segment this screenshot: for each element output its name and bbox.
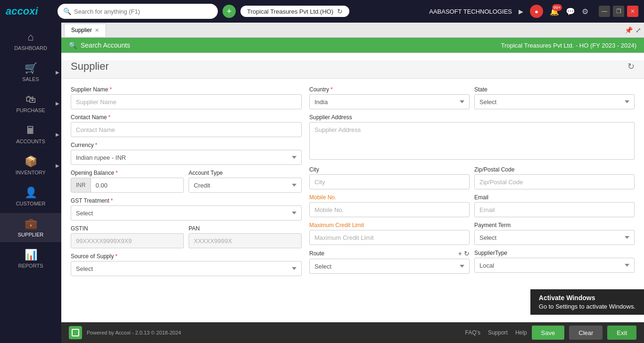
email-label: Email — [474, 194, 635, 201]
inventory-expand-icon: ▶ — [56, 163, 59, 168]
sidebar-item-inventory[interactable]: 📦 INVENTORY ▶ — [0, 151, 61, 180]
pan-label: PAN — [189, 225, 302, 232]
source-of-supply-select[interactable]: Select — [71, 261, 302, 276]
mobile-label: Mobile No. — [309, 194, 470, 201]
account-type-select[interactable]: Credit Debit — [189, 178, 302, 193]
save-button[interactable]: Save — [532, 326, 565, 340]
sales-expand-icon: ▶ — [56, 70, 59, 75]
gstin-pan-row: GSTIN PAN — [71, 225, 302, 253]
mobile-email-row: Mobile No. Email — [309, 194, 635, 222]
search-input[interactable] — [74, 8, 212, 15]
required-marker: * — [108, 114, 111, 121]
sidebar-item-label: CUSTOMER — [16, 201, 46, 206]
search-bar[interactable]: 🔍 — [58, 4, 218, 19]
route-select[interactable]: Select — [309, 259, 470, 274]
sidebar-item-sales[interactable]: 🛒 SALES ▶ — [0, 57, 61, 87]
add-button[interactable]: + — [223, 5, 236, 18]
page-refresh-button[interactable]: ↻ — [627, 61, 635, 72]
currency-select[interactable]: Indian rupee - INR — [71, 150, 302, 165]
mobile-input[interactable] — [309, 202, 470, 217]
settings-icon[interactable]: ⚙ — [582, 7, 588, 16]
nav-right: AABASOFT TECHNOLOGIES ▶ ● 🔔 99+ 💬 ⚙ — ❐ … — [429, 5, 638, 18]
footer-logo — [69, 326, 82, 339]
route-supplier-type-row: Route + ↻ Select — [309, 250, 635, 278]
gst-treatment-group: GST Treatment * Select Registered Unregi… — [71, 197, 302, 220]
sidebar-item-reports[interactable]: 📊 REPORTS — [0, 244, 61, 273]
route-refresh-icon[interactable]: ↻ — [464, 250, 470, 257]
company-selector[interactable]: Tropical Treasures Pvt Ltd.(HO) ↻ — [240, 6, 349, 17]
clear-button[interactable]: Clear — [569, 326, 603, 340]
search-accounts-button[interactable]: 🔍 Search Accounts — [69, 41, 130, 49]
tab-expand-icon[interactable]: ⤢ — [636, 26, 641, 34]
opening-balance-label: Opening Balance * — [71, 170, 184, 176]
gstin-input[interactable] — [71, 233, 184, 248]
supplier-name-label: Supplier Name * — [71, 86, 302, 93]
payment-term-group: Payment Term Select — [474, 222, 635, 245]
currency-group: Currency * Indian rupee - INR — [71, 142, 302, 165]
city-input[interactable] — [309, 174, 470, 189]
city-label: City — [309, 166, 470, 173]
opening-balance-input[interactable] — [91, 182, 183, 189]
sidebar-item-dashboard[interactable]: ⌂ DASHBOARD — [0, 26, 61, 56]
gst-treatment-select[interactable]: Select Registered Unregistered Consumer … — [71, 205, 302, 220]
gst-treatment-label: GST Treatment * — [71, 197, 302, 204]
zip-label: Zip/Postal Code — [474, 166, 635, 173]
sidebar-item-customer[interactable]: 👤 CUSTOMER — [0, 182, 61, 211]
window-controls: — ❐ ✕ — [599, 6, 638, 17]
zip-input[interactable] — [474, 174, 635, 189]
supplier-address-label: Supplier Address — [309, 114, 635, 121]
supplier-name-input[interactable] — [71, 94, 302, 109]
max-credit-input[interactable] — [309, 230, 470, 245]
account-type-group: Account Type Credit Debit — [189, 170, 302, 193]
footer-support-link[interactable]: Support — [488, 329, 508, 336]
sidebar-item-supplier[interactable]: 💼 SUPPLIER — [0, 213, 61, 242]
route-icons: + ↻ — [458, 250, 470, 257]
account-type-label: Account Type — [189, 170, 302, 176]
company-refresh-icon[interactable]: ↻ — [337, 8, 343, 15]
country-select[interactable]: India USA UK — [309, 94, 470, 109]
company-info-display: Tropical Treasures Pvt Ltd. - HO (FY 202… — [501, 42, 636, 49]
app-logo: accoxi — [6, 5, 53, 17]
footer: Powered by Accoxi - 2.0.13 © 2018-2024 F… — [61, 322, 644, 343]
opening-balance-input-group: INR — [71, 178, 184, 193]
email-input[interactable] — [474, 202, 635, 217]
gstin-label: GSTIN — [71, 225, 184, 232]
max-credit-label: Maximum Credit Limit — [309, 222, 470, 229]
max-credit-group: Maximum Credit Limit — [309, 222, 470, 245]
search-accounts-icon: 🔍 — [69, 41, 77, 49]
state-group: State Select — [474, 86, 635, 109]
minimize-button[interactable]: — — [599, 6, 610, 17]
required-marker: * — [115, 253, 117, 260]
close-window-button[interactable]: ✕ — [627, 6, 638, 17]
supplier-type-select[interactable]: Local Foreign — [474, 258, 635, 273]
gstin-group: GSTIN — [71, 225, 184, 248]
sidebar-item-purchase[interactable]: 🛍 PURCHASE ▶ — [0, 89, 61, 118]
credit-payment-row: Maximum Credit Limit Payment Term Select — [309, 222, 635, 250]
sidebar-item-accounts[interactable]: 🖩 ACCOUNTS ▶ — [0, 120, 61, 149]
country-group: Country * India USA UK — [309, 86, 470, 109]
currency-prefix: INR — [71, 178, 91, 192]
exit-button[interactable]: Exit — [607, 326, 636, 340]
pan-input[interactable] — [189, 233, 302, 248]
tab-close-icon[interactable]: ✕ — [95, 27, 99, 33]
form-right-col: Country * India USA UK State — [309, 86, 635, 281]
tab-bar: Supplier ✕ 📌 ⤢ — [61, 23, 644, 38]
required-marker: * — [109, 86, 112, 93]
chat-icon[interactable]: 💬 — [566, 7, 575, 16]
purchase-expand-icon: ▶ — [56, 101, 59, 106]
footer-faq-link[interactable]: FAQ's — [465, 329, 480, 336]
supplier-address-group: Supplier Address — [309, 114, 635, 162]
supplier-address-input[interactable] — [309, 122, 635, 160]
restore-button[interactable]: ❐ — [613, 6, 624, 17]
notifications-icon[interactable]: 🔔 99+ — [550, 7, 559, 16]
tab-supplier[interactable]: Supplier ✕ — [64, 24, 106, 37]
payment-term-select[interactable]: Select — [474, 230, 635, 245]
tab-label: Supplier — [71, 27, 92, 33]
state-select[interactable]: Select — [474, 94, 635, 109]
contact-name-input[interactable] — [71, 122, 302, 137]
route-add-icon[interactable]: + — [458, 250, 462, 257]
opening-balance-row: Opening Balance * INR Account — [71, 170, 302, 197]
content-area: Supplier ✕ 📌 ⤢ 🔍 Search Accounts Tropica… — [61, 23, 644, 343]
tab-pin-icon[interactable]: 📌 — [625, 26, 633, 34]
footer-help-link[interactable]: Help — [515, 329, 527, 336]
